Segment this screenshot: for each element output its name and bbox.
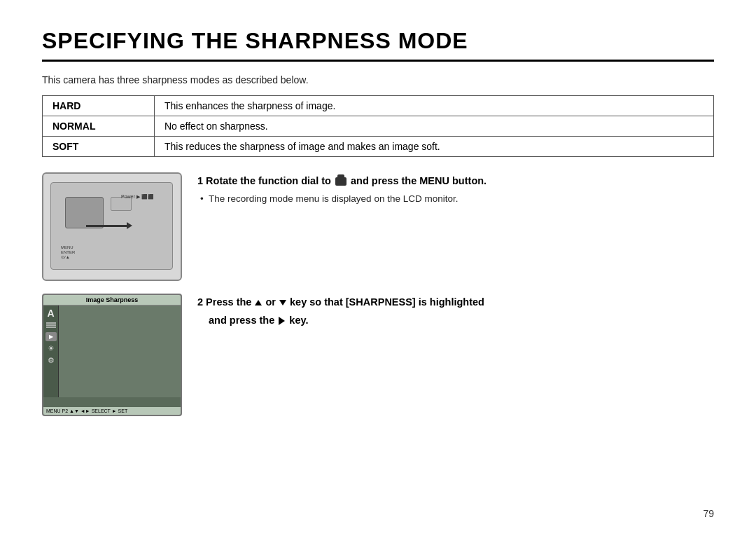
lcd-left-icons: A ▶	[43, 305, 59, 397]
menu-label: MENU	[61, 245, 74, 249]
step-1-row: Power ▶ ⬛⬛ MENU ENTER⊙/▲ 1 Rotate the fu…	[42, 172, 714, 281]
step-1-text: 1 Rotate the function dial to and press …	[197, 172, 714, 207]
step-1-number: 1	[197, 175, 206, 186]
arrow-down-icon	[279, 300, 286, 305]
lcd-icon-sun: ☀	[46, 344, 57, 353]
step-2-line2: and press the key.	[197, 313, 714, 327]
table-row: HARD This enhances the sharpness of imag…	[43, 96, 714, 116]
lcd-icon-stripes	[46, 320, 57, 329]
camera-body: Power ▶ ⬛⬛ MENU ENTER⊙/▲	[50, 182, 173, 270]
step-2-row: Image Sharpness A	[42, 294, 714, 416]
arrow-right-icon	[279, 317, 285, 325]
table-cell-desc: This enhances the sharpness of image.	[155, 96, 714, 116]
sharpness-table: HARD This enhances the sharpness of imag…	[42, 95, 714, 157]
lcd-bottom-bar: MENU P2 ▲▼ ◄► SELECT ► SET	[43, 407, 181, 415]
table-row: SOFT This reduces the sharpness of image…	[43, 137, 714, 157]
step-1-post: and press the MENU button.	[351, 175, 486, 186]
step-2-line2-post: key.	[289, 315, 308, 326]
power-label: Power ▶ ⬛⬛	[121, 194, 154, 200]
lcd-icon-a: A	[46, 308, 57, 317]
page-title: SPECIFYING THE SHARPNESS MODE	[42, 28, 714, 62]
intro-text: This camera has three sharpness modes as…	[42, 74, 714, 85]
step-2-line2-pre: and press the	[209, 315, 277, 326]
camera-diagram: Power ▶ ⬛⬛ MENU ENTER⊙/▲	[42, 172, 182, 281]
camera-icon	[335, 177, 346, 186]
lcd-icon-gear: ⚙	[46, 356, 57, 365]
camera-lens	[65, 197, 104, 228]
step-2-post: key so that [SHARPNESS] is highlighted	[290, 296, 484, 308]
lcd-icon-arrow: ▶	[46, 332, 57, 341]
lcd-title-bar: Image Sharpness	[43, 295, 181, 305]
step-1-pre: Rotate the function dial to	[206, 175, 334, 186]
step-2-number: 2 Press the	[197, 296, 254, 308]
step-1-bullet: The recording mode menu is displayed on …	[197, 192, 714, 206]
step-1-heading: 1 Rotate the function dial to and press …	[197, 174, 714, 188]
table-row: NORMAL No effect on sharpness.	[43, 116, 714, 137]
camera-arrow	[86, 225, 128, 227]
table-cell-mode: SOFT	[43, 137, 155, 157]
arrow-up-icon	[255, 300, 262, 305]
page-content: SPECIFYING THE SHARPNESS MODE This camer…	[0, 0, 756, 444]
table-cell-desc: No effect on sharpness.	[155, 116, 714, 137]
lcd-main-area	[59, 305, 181, 397]
step-2-text: 2 Press the or key so that [SHARPNESS] i…	[197, 294, 714, 332]
steps-section: Power ▶ ⬛⬛ MENU ENTER⊙/▲ 1 Rotate the fu…	[42, 172, 714, 416]
table-cell-desc: This reduces the sharpness of image and …	[155, 137, 714, 157]
enter-label: ENTER⊙/▲	[61, 250, 75, 259]
lcd-diagram: Image Sharpness A	[42, 294, 182, 416]
table-cell-mode: NORMAL	[43, 116, 155, 137]
step-2-or: or	[265, 296, 279, 308]
table-cell-mode: HARD	[43, 96, 155, 116]
step-2-heading: 2 Press the or key so that [SHARPNESS] i…	[197, 295, 714, 309]
page-number: 79	[703, 508, 714, 519]
lcd-items-wrapper: A ▶	[43, 305, 181, 397]
